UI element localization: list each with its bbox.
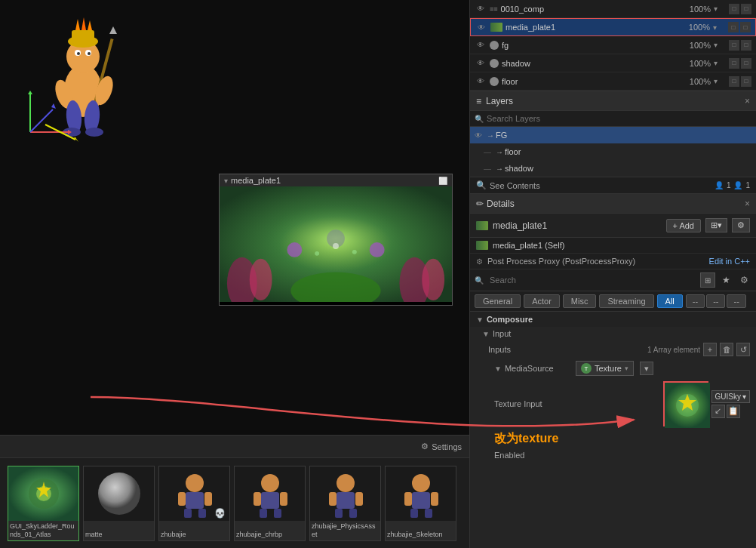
edit-cpp-button[interactable]: Edit in C++ bbox=[709, 257, 750, 266]
tab-extra-1[interactable]: -- bbox=[686, 294, 705, 308]
filmstrip-item[interactable]: matte bbox=[83, 466, 155, 541]
media-source-action-btn[interactable]: ▾ bbox=[640, 362, 653, 375]
layer-opt-btn[interactable]: □ bbox=[729, 4, 739, 14]
filmstrip-item[interactable]: GUI_SkyLadder_Rounds_01_Atlas bbox=[8, 466, 79, 541]
layer-dropdown-icon[interactable]: ▾ bbox=[714, 59, 726, 67]
texture-action-2[interactable]: 📋 bbox=[727, 405, 740, 418]
layers-panel-close[interactable]: × bbox=[745, 96, 750, 106]
details-panel-close[interactable]: × bbox=[745, 199, 750, 209]
layer-dropdown-icon[interactable]: ▾ bbox=[714, 5, 726, 13]
layer-dropdown-icon[interactable]: ▾ bbox=[714, 77, 726, 85]
layer-opt-btn2[interactable]: □ bbox=[740, 22, 751, 32]
layer-opt-btn2[interactable]: □ bbox=[741, 40, 751, 51]
tab-all[interactable]: All bbox=[657, 294, 683, 308]
layers-panel-item-floor[interactable]: — → floor bbox=[479, 143, 756, 160]
media-plate-name-row: media_plate1 + Add ⊞▾ ⚙ bbox=[470, 214, 756, 238]
arrow-icon: → bbox=[496, 148, 503, 156]
texture-action-buttons: ↙ 📋 bbox=[711, 405, 750, 418]
svg-marker-22 bbox=[28, 91, 32, 94]
texture-dropdown[interactable]: T Texture ▾ bbox=[576, 361, 634, 376]
eye-icon[interactable]: 👁 bbox=[475, 75, 487, 88]
layer-row-comp[interactable]: 👁 ≡≡ 0010_comp 100% ▾ □ □ bbox=[470, 0, 756, 18]
layer-opt-btn2[interactable]: □ bbox=[741, 58, 751, 69]
details-search-input[interactable] bbox=[490, 276, 697, 285]
grid-view-button[interactable]: ⊞ bbox=[700, 272, 715, 288]
filmstrip-thumb bbox=[84, 466, 154, 521]
add-button[interactable]: + Add bbox=[666, 219, 701, 232]
eye-icon[interactable]: 👁 bbox=[475, 57, 487, 69]
svg-marker-5 bbox=[81, 17, 86, 30]
tab-extra-2[interactable]: -- bbox=[706, 294, 725, 308]
eye-icon[interactable]: 👁 bbox=[475, 3, 487, 15]
see-contents-button[interactable]: 🔍 See Contents bbox=[476, 180, 540, 190]
dropdown-arrow-icon[interactable]: ▾ bbox=[224, 177, 228, 185]
star-button[interactable]: ★ bbox=[718, 272, 733, 288]
settings-button[interactable]: ⚙ Settings bbox=[421, 442, 462, 451]
layer-opt-btn2[interactable]: □ bbox=[741, 76, 751, 87]
add-array-button[interactable]: + bbox=[703, 343, 717, 356]
annotation-row: 改为texture bbox=[470, 429, 756, 448]
details-panel: ✏ Details × media_plate1 + Add ⊞▾ ⚙ medi… bbox=[470, 194, 756, 548]
details-title: ✏ Details bbox=[476, 199, 745, 209]
layers-panel-item-fg[interactable]: 👁 → FG bbox=[470, 127, 756, 143]
filmstrip-item[interactable]: zhubajie_Skeleton bbox=[385, 466, 456, 541]
layer-row-floor[interactable]: 👁 floor 100% ▾ □ □ bbox=[470, 72, 756, 91]
layer-percent: 100% bbox=[680, 23, 710, 32]
view-button[interactable]: ⊞▾ bbox=[705, 218, 727, 232]
array-info: 1 Array element + 🗑 ↺ bbox=[647, 343, 750, 356]
svg-rect-66 bbox=[329, 492, 337, 506]
media-source-label: MediaSource bbox=[505, 364, 573, 373]
filmstrip-label: zhubajie_PhysicsAsset bbox=[312, 522, 379, 539]
tab-extra-3[interactable]: -- bbox=[727, 294, 745, 308]
layer-row-media-plate[interactable]: 👁 media_plate1 100% ▾ □ □ bbox=[470, 18, 756, 36]
svg-point-71 bbox=[412, 474, 430, 492]
reset-array-button[interactable]: ↺ bbox=[736, 343, 750, 356]
svg-rect-54 bbox=[184, 509, 192, 518]
filmstrip-item[interactable]: zhubajie_PhysicsAsset bbox=[309, 466, 381, 541]
media-plate-fullscreen-icon[interactable]: ⬜ bbox=[438, 177, 447, 185]
layers-icon: ≡ bbox=[476, 96, 481, 106]
layer-opt-btn[interactable]: □ bbox=[729, 40, 739, 51]
gui-sky-dropdown[interactable]: GUISky ▾ bbox=[711, 390, 750, 403]
layer-row-shadow[interactable]: 👁 shadow 100% ▾ □ □ bbox=[470, 54, 756, 72]
eye-icon[interactable]: — bbox=[484, 165, 496, 173]
eye-icon[interactable]: 👁 bbox=[475, 131, 487, 140]
layer-percent: 100% bbox=[681, 5, 711, 14]
filmstrip-item[interactable]: zhubajie 💀 bbox=[158, 466, 230, 541]
layers-item-name: floor bbox=[505, 147, 521, 156]
details-cog-button[interactable]: ⚙ bbox=[736, 272, 751, 288]
remove-array-button[interactable]: 🗑 bbox=[720, 343, 733, 356]
arrow-icon: → bbox=[487, 131, 494, 140]
details-settings-button[interactable]: ⚙ bbox=[732, 218, 750, 232]
layer-opt-btn2[interactable]: □ bbox=[741, 4, 751, 14]
composure-section-header[interactable]: ▼ Composure bbox=[470, 312, 756, 327]
layer-dropdown-icon[interactable]: ▾ bbox=[714, 41, 726, 49]
tab-actor[interactable]: Actor bbox=[524, 294, 560, 308]
input-arrow-icon: ▼ bbox=[482, 330, 490, 338]
svg-rect-67 bbox=[355, 492, 363, 506]
eye-icon[interactable]: — bbox=[484, 148, 496, 156]
svg-point-18 bbox=[85, 128, 103, 137]
filmstrip-item[interactable]: zhubajie_chrbp bbox=[234, 466, 306, 541]
tab-general[interactable]: General bbox=[475, 294, 521, 308]
layer-opt-btn[interactable]: □ bbox=[729, 58, 739, 69]
layer-opt-btn[interactable]: □ bbox=[728, 22, 739, 32]
tab-misc[interactable]: Misc bbox=[563, 294, 597, 308]
texture-action-1[interactable]: ↙ bbox=[711, 405, 725, 418]
view-icons: ⊞ bbox=[700, 272, 715, 288]
eye-icon[interactable]: 👁 bbox=[475, 39, 487, 51]
texture-input-label: Texture Input bbox=[494, 399, 542, 408]
texture-preview[interactable] bbox=[663, 381, 708, 426]
badge1: 1 bbox=[727, 181, 731, 189]
layer-opt-btn[interactable]: □ bbox=[729, 76, 739, 87]
filmstrip: GUI_SkyLadder_Rounds_01_Atlas bbox=[0, 457, 469, 548]
svg-rect-76 bbox=[425, 509, 432, 518]
layers-search-input[interactable] bbox=[487, 114, 751, 123]
svg-point-40 bbox=[333, 243, 339, 249]
eye-icon[interactable]: 👁 bbox=[475, 21, 487, 33]
tab-streaming[interactable]: Streaming bbox=[599, 294, 653, 308]
layer-row-fg[interactable]: 👁 fg 100% ▾ □ □ bbox=[470, 36, 756, 54]
layers-panel-item-shadow[interactable]: — → shadow bbox=[479, 160, 756, 177]
layers-search-bar: 🔍 bbox=[470, 111, 756, 127]
layer-dropdown-icon[interactable]: ▾ bbox=[713, 23, 725, 32]
